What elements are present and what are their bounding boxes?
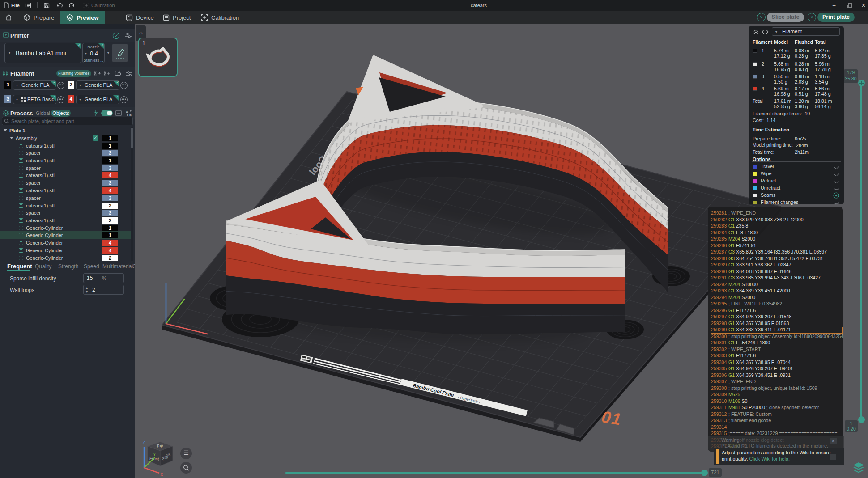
svg-text:X: X [160,472,163,477]
svg-text:B: B [129,113,132,116]
svg-text:A: A [126,110,128,114]
svg-text:01: 01 [600,407,623,429]
svg-text:Z: Z [142,440,145,445]
svg-text:Top: Top [156,443,163,448]
svg-text:Y: Y [153,452,156,457]
